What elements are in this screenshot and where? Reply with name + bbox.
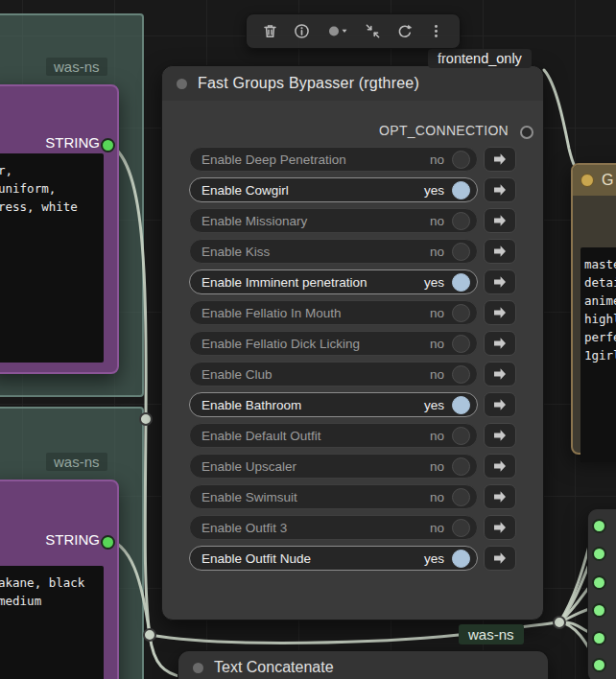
row-toggle[interactable] — [452, 151, 470, 169]
redo-button[interactable] — [391, 18, 418, 45]
inputs-node[interactable] — [587, 508, 616, 679]
text-concatenate-node[interactable]: Text Concatenate — [178, 650, 549, 679]
bypasser-row: Enable Deep Penetration no — [189, 147, 516, 172]
row-pill[interactable]: Enable Deep Penetration no — [189, 147, 478, 172]
string-output-label: STRING — [45, 134, 100, 151]
row-forward-button[interactable] — [484, 147, 516, 172]
row-forward-button[interactable] — [484, 423, 516, 448]
input-dot[interactable] — [592, 631, 606, 645]
row-toggle[interactable] — [452, 519, 470, 537]
row-pill[interactable]: Enable Imminent penetration yes — [189, 269, 478, 294]
kebab-menu-icon — [428, 23, 444, 39]
arrow-right-icon — [492, 520, 508, 535]
row-pill[interactable]: Enable Bathroom yes — [189, 392, 478, 417]
row-pill[interactable]: Enable Cowgirl yes — [189, 177, 478, 202]
collapse-dot-icon[interactable] — [193, 663, 203, 673]
trash-icon — [262, 23, 278, 39]
input-dot[interactable] — [592, 603, 606, 618]
row-label: Enable Deep Penetration — [201, 152, 430, 167]
row-pill[interactable]: Enable Outfit 3 no — [189, 515, 478, 540]
row-pill[interactable]: Enable Fellatio Dick Licking no — [189, 331, 478, 356]
row-forward-button[interactable] — [484, 362, 516, 386]
color-swatch-button[interactable] — [320, 18, 355, 45]
group-title-frontend-only[interactable]: frontend_only — [428, 49, 532, 68]
row-value: no — [430, 214, 444, 228]
collapse-dot-icon[interactable] — [580, 174, 594, 187]
row-forward-button[interactable] — [484, 454, 516, 479]
string-output-dot[interactable] — [101, 535, 115, 550]
row-toggle[interactable] — [452, 335, 470, 353]
row-pill[interactable]: Enable Club no — [189, 362, 478, 386]
row-forward-button[interactable] — [484, 269, 516, 294]
row-pill[interactable]: Enable Missionary no — [189, 208, 478, 233]
bypasser-row: Enable Outfit 3 no — [189, 515, 516, 540]
row-pill[interactable]: Enable Default Outfit no — [189, 423, 478, 448]
node-header[interactable]: G — [573, 165, 616, 196]
input-dot[interactable] — [592, 547, 606, 561]
row-toggle[interactable] — [452, 181, 470, 199]
collapse-dot-icon[interactable] — [177, 79, 187, 89]
node-graph-canvas[interactable]: was-ns was-ns STRING r, uniform, ress, w… — [0, 0, 616, 679]
row-forward-button[interactable] — [484, 239, 516, 264]
prompt-text-widget[interactable]: akane, black medium — [0, 566, 104, 679]
arrow-right-icon — [492, 244, 508, 259]
info-button[interactable] — [289, 18, 316, 45]
row-toggle[interactable] — [452, 457, 470, 476]
reroute-dot[interactable] — [144, 629, 155, 641]
group-title-top-left[interactable]: was-ns — [46, 58, 107, 76]
row-pill[interactable]: Enable Swimsuit no — [189, 484, 478, 509]
row-value: no — [430, 152, 444, 167]
row-label: Enable Imminent penetration — [201, 275, 424, 290]
row-label: Enable Fellatio In Mouth — [201, 306, 430, 320]
delete-button[interactable] — [257, 18, 284, 45]
arrow-right-icon — [492, 397, 508, 412]
arrow-right-icon — [492, 458, 508, 474]
row-forward-button[interactable] — [484, 300, 516, 325]
prompt-node-bottom[interactable]: STRING akane, black medium — [0, 480, 119, 679]
arrow-right-icon — [492, 274, 508, 290]
row-forward-button[interactable] — [484, 484, 516, 509]
row-toggle[interactable] — [452, 243, 470, 261]
collapse-button[interactable] — [360, 18, 387, 45]
row-toggle[interactable] — [452, 273, 470, 292]
row-toggle[interactable] — [452, 304, 470, 322]
group-title-was-ns[interactable]: was-ns — [459, 624, 524, 644]
input-dot[interactable] — [592, 519, 606, 533]
row-toggle[interactable] — [452, 396, 470, 414]
row-label: Enable Missionary — [201, 214, 430, 228]
row-label: Enable Outfit 3 — [201, 521, 430, 535]
row-forward-button[interactable] — [484, 546, 516, 571]
row-pill[interactable]: Enable Outfit Nude yes — [189, 546, 478, 571]
group-title-bottom-left[interactable]: was-ns — [46, 453, 107, 471]
row-forward-button[interactable] — [484, 208, 516, 233]
prompt-text-widget[interactable]: r, uniform, ress, white — [0, 153, 104, 363]
node-header[interactable]: Fast Groups Bypasser (rgthree) — [162, 66, 543, 101]
row-toggle[interactable] — [452, 488, 470, 506]
arrow-right-icon — [492, 336, 508, 351]
string-output-dot[interactable] — [101, 138, 115, 152]
row-forward-button[interactable] — [484, 515, 516, 540]
prompt-node-top[interactable]: STRING r, uniform, ress, white — [0, 84, 119, 374]
row-forward-button[interactable] — [484, 331, 516, 356]
row-toggle[interactable] — [452, 550, 470, 568]
row-pill[interactable]: Enable Upscaler no — [189, 454, 478, 479]
input-dot[interactable] — [592, 658, 606, 672]
more-options-button[interactable] — [423, 18, 450, 45]
row-forward-button[interactable] — [484, 177, 516, 202]
row-pill[interactable]: Enable Fellatio In Mouth no — [189, 300, 478, 325]
reroute-dot[interactable] — [554, 617, 565, 628]
bypasser-row: Enable Swimsuit no — [189, 484, 516, 509]
row-toggle[interactable] — [452, 212, 470, 230]
prompt-text-widget[interactable]: maste detai anime highl perfe 1girl — [580, 247, 616, 462]
row-pill[interactable]: Enable Kiss no — [189, 239, 478, 264]
opt-connection-dot[interactable] — [520, 126, 533, 139]
row-forward-button[interactable] — [484, 392, 516, 417]
collapse-icon — [365, 23, 381, 39]
row-toggle[interactable] — [452, 365, 470, 384]
bypasser-row: Enable Upscaler no — [189, 454, 516, 479]
row-toggle[interactable] — [452, 427, 470, 445]
input-dot[interactable] — [592, 575, 606, 590]
prompt-node-right[interactable]: G maste detai anime highl perfe 1girl — [571, 163, 616, 455]
fast-groups-bypasser-node[interactable]: Fast Groups Bypasser (rgthree) OPT_CONNE… — [161, 65, 544, 620]
row-value: no — [430, 367, 444, 382]
